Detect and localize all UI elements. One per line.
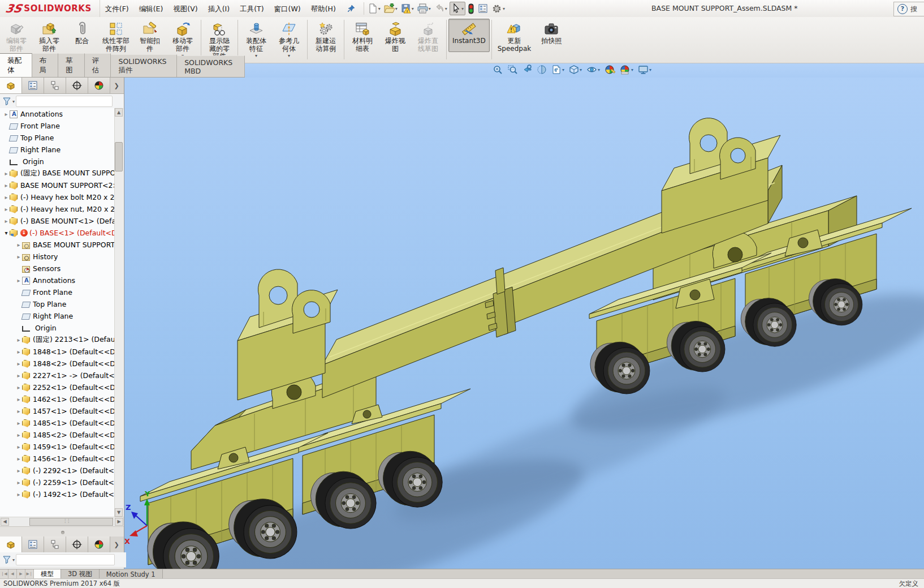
expand-arrow-icon[interactable] [15, 254, 22, 260]
section-view-icon[interactable] [536, 64, 547, 75]
expand-arrow-icon[interactable] [3, 218, 10, 224]
menu-item[interactable]: 帮助(H) [306, 1, 341, 17]
tree-item[interactable]: ↓ (-) Heavy hex bolt M20 x 2.5 [0, 191, 115, 203]
expand-arrow-icon[interactable] [15, 467, 22, 474]
tab-configurationmanager-2[interactable] [44, 537, 66, 552]
ribbon-button-instant3d[interactable]: Instant3D▾ [448, 19, 490, 52]
rebuild-traffic-light-icon[interactable] [467, 2, 476, 15]
expand-arrow-icon[interactable] [3, 230, 10, 236]
graphics-area[interactable]: Y Z X [124, 78, 924, 569]
expand-arrow-icon[interactable] [15, 372, 22, 379]
panel-tabs-overflow-icon-2[interactable]: ❯ [110, 537, 123, 552]
ribbon-tab[interactable]: 评估 [85, 53, 111, 77]
tree-item[interactable]: ↓ (-) 2292<1> (Default<<D [0, 465, 115, 477]
menu-item[interactable]: 窗口(W) [269, 1, 306, 17]
tree-vertical-scrollbar[interactable]: ▲ ▼ [114, 108, 123, 517]
expand-arrow-icon[interactable] [15, 360, 22, 367]
tree-item[interactable]: ↓ Sensors [0, 263, 115, 274]
tree-item[interactable]: ↓ (-) 1492<1> (Default<<D [0, 488, 115, 500]
filter-caret-icon[interactable]: ▾ [12, 99, 15, 104]
filter-funnel-icon-2[interactable] [2, 555, 11, 564]
tab-3d-views[interactable]: 3D 视图 [61, 569, 100, 578]
ribbon-button-assembly-features[interactable]: 装配体 特征▾ [240, 19, 273, 59]
scroll-thumb[interactable] [115, 142, 123, 171]
menu-item[interactable]: 插入(I) [203, 1, 235, 17]
tree-item[interactable]: ↓ Front Plane [0, 120, 115, 132]
tree-item[interactable]: ↓ BASE MOUNT SUPPORT_ [0, 239, 115, 251]
panel-tabs-overflow-icon[interactable]: ❯ [110, 78, 123, 93]
scroll-right-icon[interactable]: ▶ [115, 518, 123, 526]
tab-propertymanager[interactable] [22, 78, 44, 93]
tree-filter-input[interactable] [16, 96, 113, 107]
ribbon-button-move-component[interactable]: 移动零 部件▾ [166, 19, 199, 59]
display-style-icon[interactable]: ▾ [568, 64, 582, 75]
tree-item[interactable]: ↓ Origin [0, 322, 115, 334]
filter-funnel-icon[interactable] [2, 97, 11, 106]
tree-item[interactable]: ↓ Right Plane [0, 310, 115, 322]
tree-filter-input-2[interactable] [16, 554, 115, 565]
tree-item[interactable]: ↓ Annotations [0, 274, 115, 286]
tab-dimxpertmanager-2[interactable] [66, 537, 88, 552]
expand-arrow-icon[interactable] [15, 456, 22, 462]
expand-arrow-icon[interactable] [15, 444, 22, 450]
help-icon[interactable]: ? [897, 4, 908, 14]
tab-featuremanager-design-tree-2[interactable] [0, 537, 22, 552]
zoom-to-area-icon[interactable] [507, 64, 518, 75]
tab-configurationmanager[interactable] [44, 78, 66, 93]
tree-item[interactable]: ↓ (固定) BASE MOUNT SUPPOR [0, 168, 115, 179]
expand-arrow-icon[interactable] [15, 277, 22, 284]
expand-arrow-icon[interactable] [15, 479, 22, 486]
expand-arrow-icon[interactable] [3, 194, 10, 200]
tree-item[interactable]: ↓ (-) 2259<1> (Default<<D [0, 477, 115, 488]
open-button[interactable]: ▾ [383, 2, 399, 15]
expand-arrow-icon[interactable] [3, 170, 10, 177]
new-document-button[interactable]: ▾ [366, 2, 382, 15]
edit-appearance-icon[interactable] [604, 64, 616, 75]
tab-propertymanager-2[interactable] [22, 537, 44, 552]
scroll-up-icon[interactable]: ▲ [115, 108, 123, 117]
previous-view-icon[interactable] [521, 64, 533, 75]
ribbon-tab[interactable]: 布局 [32, 53, 59, 77]
options-gear-button[interactable]: ▾ [490, 2, 506, 15]
ribbon-button-new-motion-study[interactable]: 新建运 动算例▾ [309, 19, 342, 59]
ribbon-tab[interactable]: 草图 [58, 53, 85, 77]
expand-arrow-icon[interactable] [15, 337, 22, 343]
tree-item[interactable]: ↓ 1485<2> (Default<<Defa [0, 429, 115, 441]
tree-item[interactable]: ↓ 1459<1> (Default<<Defa [0, 441, 115, 453]
tab-scroll-last-icon[interactable]: ▶❘ [25, 569, 34, 578]
hide-show-items-icon[interactable]: ▾ [586, 64, 601, 75]
expand-arrow-icon[interactable] [15, 242, 22, 248]
ribbon-tab[interactable]: 装配体 [0, 53, 32, 77]
ribbon-button-take-snapshot[interactable]: 拍快照▾ [535, 19, 568, 52]
help-search-box[interactable]: ? 搜 [893, 2, 924, 16]
tree-item[interactable]: ↓ Front Plane [0, 286, 115, 298]
menu-item[interactable]: 编辑(E) [134, 1, 169, 17]
ribbon-button-update-speedpak[interactable]: 更新 Speedpak▾ [494, 19, 536, 59]
expand-arrow-icon[interactable] [15, 420, 22, 426]
view-orientation-icon[interactable]: ▾ [551, 64, 565, 75]
tree-item[interactable]: ↓ 1485<1> (Default<<Defa [0, 417, 115, 429]
expand-arrow-icon[interactable] [15, 491, 22, 497]
tree-item[interactable]: ↓ 1457<1> (Default<<Defa [0, 405, 115, 417]
tree-item[interactable]: ↓ 1848<1> (Default<<Defa [0, 346, 115, 358]
panel-splitter[interactable] [0, 526, 124, 538]
tree-item[interactable]: ↓ 1456<1> (Default<<Defa [0, 453, 115, 465]
apply-scene-icon[interactable]: ▾ [619, 64, 634, 75]
tree-item[interactable]: ↓ Top Plane [0, 298, 115, 310]
tab-displaymanager[interactable] [88, 78, 110, 93]
ribbon-button-smart-fasteners[interactable]: 智能扣 件▾ [133, 19, 166, 59]
tree-item[interactable]: ↓ (-) BASE<1> (Default<Di [0, 227, 115, 239]
tab-scroll-next-icon[interactable]: ▶ [17, 569, 25, 578]
tab-featuremanager-design-tree[interactable] [0, 78, 22, 93]
expand-arrow-icon[interactable] [15, 432, 22, 438]
ribbon-button-reference-geometry[interactable]: 参考几 何体▾ [273, 19, 305, 59]
tree-item[interactable]: ↓ (固定) 2213<1> (Default< [0, 334, 115, 346]
ribbon-tab[interactable]: SOLIDWORKS 插件 [111, 54, 177, 77]
tree-item[interactable]: ↓ Origin [0, 156, 115, 168]
expand-arrow-icon[interactable] [15, 384, 22, 390]
tree-item[interactable]: ↓ 2252<1> (Default<<Defa [0, 381, 115, 393]
tab-scroll-prev-icon[interactable]: ◀ [8, 569, 17, 578]
tree-item[interactable]: ↓ Top Plane [0, 132, 115, 144]
expand-arrow-icon[interactable] [15, 349, 22, 355]
tree-item[interactable]: ↓ BASE MOUNT SUPPORT<2> [0, 179, 115, 191]
